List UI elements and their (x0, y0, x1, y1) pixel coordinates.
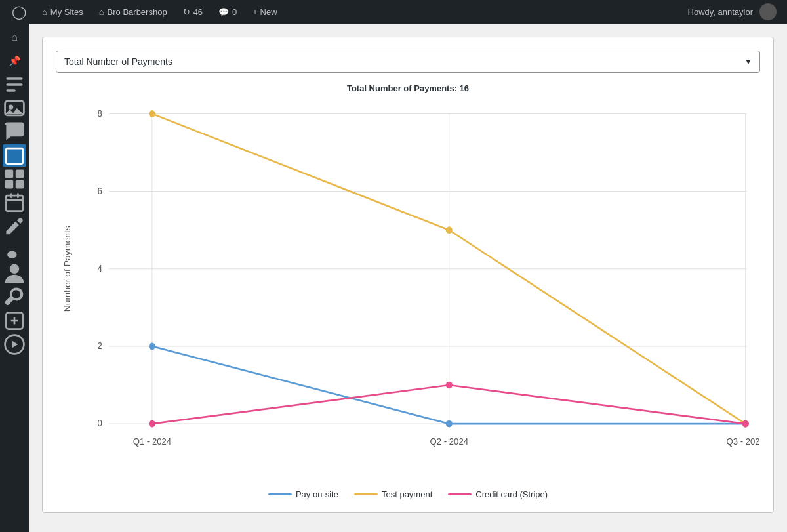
chart-title: Total Number of Payments: 16 (56, 83, 760, 93)
legend-item-test-payment: Test payment (354, 489, 432, 499)
legend-label-test-payment: Test payment (382, 489, 432, 499)
x-label-q1: Q1 - 2024 (133, 437, 172, 447)
howdy-label: Howdy, anntaylor (688, 7, 753, 17)
updates-count: 46 (193, 7, 203, 17)
legend-label-credit-card: Credit card (Stripe) (475, 489, 548, 499)
my-sites-label: My Sites (50, 7, 83, 17)
y-label-8: 8 (98, 108, 102, 118)
x-label-q3: Q3 - 2024 (726, 437, 760, 447)
updates-icon: ↻ (183, 7, 190, 17)
home-icon: ⌂ (42, 7, 47, 17)
x-label-q2: Q2 - 2024 (430, 437, 469, 447)
dot-pay-onsite-q2 (446, 420, 453, 428)
metric-dropdown[interactable]: Total Number of Payments (56, 51, 760, 73)
chart-svg-wrapper: 0 2 4 6 8 Number of Payments Q1 - 2024 Q… (56, 100, 760, 483)
admin-bar: ◯ ⌂ My Sites ⌂ Bro Barbershop ↻ 46 💬 0 +… (0, 0, 787, 24)
y-label-2: 2 (98, 341, 102, 351)
legend-color-pay-onsite (268, 493, 292, 495)
admin-bar-left: ◯ ⌂ My Sites ⌂ Bro Barbershop ↻ 46 💬 0 +… (5, 0, 284, 24)
y-axis-title: Number of Payments (63, 226, 73, 312)
site-home-icon: ⌂ (99, 7, 104, 17)
chart-container: Total Number of Payments ▼ Total Number … (42, 37, 774, 513)
y-label-0: 0 (98, 419, 103, 428)
dot-cc-q1 (149, 420, 155, 428)
legend-item-pay-onsite: Pay on-site (268, 489, 338, 499)
new-button[interactable]: + New (246, 0, 283, 24)
dot-pay-onsite-q1 (149, 343, 155, 350)
dot-cc-q2 (446, 382, 453, 389)
comments-count: 0 (232, 7, 237, 17)
avatar (759, 3, 777, 20)
comments-button[interactable]: 💬 0 (212, 0, 243, 24)
layout: ⌂ 📌 (0, 24, 787, 532)
legend-color-test-payment (354, 493, 378, 495)
new-label: + New (252, 7, 277, 17)
dot-test-q1 (149, 110, 155, 117)
y-label-6: 6 (98, 186, 102, 196)
updates-button[interactable]: ↻ 46 (176, 0, 209, 24)
dropdown-wrapper: Total Number of Payments ▼ (56, 51, 760, 73)
sidebar-item-play[interactable] (3, 333, 26, 356)
wp-logo-icon: ◯ (12, 4, 26, 20)
dot-test-q2 (446, 226, 453, 234)
wp-logo-button[interactable]: ◯ (5, 0, 33, 24)
comments-icon: 💬 (218, 7, 229, 17)
main-content: Total Number of Payments ▼ Total Number … (29, 24, 787, 532)
dot-cc-q3 (742, 420, 749, 428)
my-sites-button[interactable]: ⌂ My Sites (35, 0, 90, 24)
legend-color-credit-card (448, 493, 472, 495)
site-name-label: Bro Barbershop (108, 7, 167, 17)
legend-label-pay-onsite: Pay on-site (296, 489, 338, 499)
site-name-button[interactable]: ⌂ Bro Barbershop (92, 0, 174, 24)
admin-sidebar: ⌂ 📌 (0, 24, 29, 532)
y-label-4: 4 (98, 264, 103, 274)
chart-legend: Pay on-site Test payment Credit card (St… (56, 489, 760, 499)
line-chart: 0 2 4 6 8 Number of Payments Q1 - 2024 Q… (56, 100, 760, 480)
admin-bar-right: Howdy, anntaylor (688, 3, 782, 20)
legend-item-credit-card: Credit card (Stripe) (448, 489, 548, 499)
